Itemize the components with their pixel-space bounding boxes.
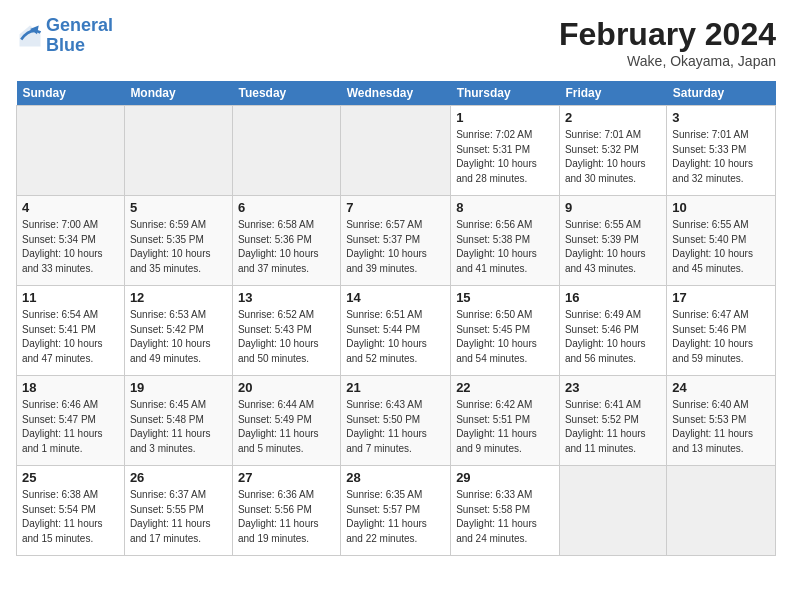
- calendar-cell: 24Sunrise: 6:40 AMSunset: 5:53 PMDayligh…: [667, 376, 776, 466]
- calendar-table: SundayMondayTuesdayWednesdayThursdayFrid…: [16, 81, 776, 556]
- calendar-cell: 5Sunrise: 6:59 AMSunset: 5:35 PMDaylight…: [124, 196, 232, 286]
- calendar-cell: 29Sunrise: 6:33 AMSunset: 5:58 PMDayligh…: [451, 466, 560, 556]
- day-info: Sunrise: 6:43 AMSunset: 5:50 PMDaylight:…: [346, 398, 445, 456]
- calendar-cell: 15Sunrise: 6:50 AMSunset: 5:45 PMDayligh…: [451, 286, 560, 376]
- day-number: 5: [130, 200, 227, 215]
- calendar-cell: 6Sunrise: 6:58 AMSunset: 5:36 PMDaylight…: [232, 196, 340, 286]
- day-info: Sunrise: 6:36 AMSunset: 5:56 PMDaylight:…: [238, 488, 335, 546]
- page-header: General Blue February 2024 Wake, Okayama…: [16, 16, 776, 69]
- day-info: Sunrise: 6:54 AMSunset: 5:41 PMDaylight:…: [22, 308, 119, 366]
- day-number: 28: [346, 470, 445, 485]
- day-info: Sunrise: 6:37 AMSunset: 5:55 PMDaylight:…: [130, 488, 227, 546]
- month-title: February 2024: [559, 16, 776, 53]
- weekday-sunday: Sunday: [17, 81, 125, 106]
- calendar-cell: 16Sunrise: 6:49 AMSunset: 5:46 PMDayligh…: [559, 286, 666, 376]
- calendar-cell: 1Sunrise: 7:02 AMSunset: 5:31 PMDaylight…: [451, 106, 560, 196]
- weekday-wednesday: Wednesday: [341, 81, 451, 106]
- calendar-cell: 23Sunrise: 6:41 AMSunset: 5:52 PMDayligh…: [559, 376, 666, 466]
- calendar-cell: 4Sunrise: 7:00 AMSunset: 5:34 PMDaylight…: [17, 196, 125, 286]
- calendar-cell: 19Sunrise: 6:45 AMSunset: 5:48 PMDayligh…: [124, 376, 232, 466]
- calendar-cell: 27Sunrise: 6:36 AMSunset: 5:56 PMDayligh…: [232, 466, 340, 556]
- logo-blue: Blue: [46, 35, 85, 55]
- calendar-cell: 8Sunrise: 6:56 AMSunset: 5:38 PMDaylight…: [451, 196, 560, 286]
- day-number: 20: [238, 380, 335, 395]
- day-info: Sunrise: 6:52 AMSunset: 5:43 PMDaylight:…: [238, 308, 335, 366]
- calendar-week-2: 4Sunrise: 7:00 AMSunset: 5:34 PMDaylight…: [17, 196, 776, 286]
- day-info: Sunrise: 6:45 AMSunset: 5:48 PMDaylight:…: [130, 398, 227, 456]
- logo: General Blue: [16, 16, 113, 56]
- calendar-cell: 20Sunrise: 6:44 AMSunset: 5:49 PMDayligh…: [232, 376, 340, 466]
- day-info: Sunrise: 6:40 AMSunset: 5:53 PMDaylight:…: [672, 398, 770, 456]
- day-info: Sunrise: 6:42 AMSunset: 5:51 PMDaylight:…: [456, 398, 554, 456]
- calendar-cell: 18Sunrise: 6:46 AMSunset: 5:47 PMDayligh…: [17, 376, 125, 466]
- weekday-thursday: Thursday: [451, 81, 560, 106]
- day-number: 6: [238, 200, 335, 215]
- day-info: Sunrise: 6:53 AMSunset: 5:42 PMDaylight:…: [130, 308, 227, 366]
- calendar-cell: 28Sunrise: 6:35 AMSunset: 5:57 PMDayligh…: [341, 466, 451, 556]
- calendar-body: 1Sunrise: 7:02 AMSunset: 5:31 PMDaylight…: [17, 106, 776, 556]
- calendar-cell: [124, 106, 232, 196]
- calendar-cell: 14Sunrise: 6:51 AMSunset: 5:44 PMDayligh…: [341, 286, 451, 376]
- day-number: 27: [238, 470, 335, 485]
- location-title: Wake, Okayama, Japan: [559, 53, 776, 69]
- day-info: Sunrise: 6:59 AMSunset: 5:35 PMDaylight:…: [130, 218, 227, 276]
- calendar-cell: 26Sunrise: 6:37 AMSunset: 5:55 PMDayligh…: [124, 466, 232, 556]
- day-info: Sunrise: 6:56 AMSunset: 5:38 PMDaylight:…: [456, 218, 554, 276]
- day-number: 26: [130, 470, 227, 485]
- calendar-cell: 2Sunrise: 7:01 AMSunset: 5:32 PMDaylight…: [559, 106, 666, 196]
- day-number: 21: [346, 380, 445, 395]
- day-info: Sunrise: 7:02 AMSunset: 5:31 PMDaylight:…: [456, 128, 554, 186]
- calendar-cell: 3Sunrise: 7:01 AMSunset: 5:33 PMDaylight…: [667, 106, 776, 196]
- day-info: Sunrise: 6:50 AMSunset: 5:45 PMDaylight:…: [456, 308, 554, 366]
- day-info: Sunrise: 6:49 AMSunset: 5:46 PMDaylight:…: [565, 308, 661, 366]
- day-number: 3: [672, 110, 770, 125]
- weekday-tuesday: Tuesday: [232, 81, 340, 106]
- calendar-week-1: 1Sunrise: 7:02 AMSunset: 5:31 PMDaylight…: [17, 106, 776, 196]
- calendar-cell: [232, 106, 340, 196]
- day-number: 1: [456, 110, 554, 125]
- day-number: 25: [22, 470, 119, 485]
- calendar-cell: [17, 106, 125, 196]
- calendar-cell: 22Sunrise: 6:42 AMSunset: 5:51 PMDayligh…: [451, 376, 560, 466]
- day-number: 17: [672, 290, 770, 305]
- calendar-week-4: 18Sunrise: 6:46 AMSunset: 5:47 PMDayligh…: [17, 376, 776, 466]
- calendar-cell: [559, 466, 666, 556]
- calendar-cell: 21Sunrise: 6:43 AMSunset: 5:50 PMDayligh…: [341, 376, 451, 466]
- day-number: 11: [22, 290, 119, 305]
- day-number: 9: [565, 200, 661, 215]
- weekday-header-row: SundayMondayTuesdayWednesdayThursdayFrid…: [17, 81, 776, 106]
- day-info: Sunrise: 6:41 AMSunset: 5:52 PMDaylight:…: [565, 398, 661, 456]
- calendar-cell: 7Sunrise: 6:57 AMSunset: 5:37 PMDaylight…: [341, 196, 451, 286]
- weekday-friday: Friday: [559, 81, 666, 106]
- day-number: 22: [456, 380, 554, 395]
- day-number: 12: [130, 290, 227, 305]
- weekday-saturday: Saturday: [667, 81, 776, 106]
- day-number: 10: [672, 200, 770, 215]
- day-number: 16: [565, 290, 661, 305]
- weekday-monday: Monday: [124, 81, 232, 106]
- calendar-cell: 9Sunrise: 6:55 AMSunset: 5:39 PMDaylight…: [559, 196, 666, 286]
- calendar-cell: 13Sunrise: 6:52 AMSunset: 5:43 PMDayligh…: [232, 286, 340, 376]
- day-info: Sunrise: 6:47 AMSunset: 5:46 PMDaylight:…: [672, 308, 770, 366]
- day-number: 24: [672, 380, 770, 395]
- day-info: Sunrise: 6:57 AMSunset: 5:37 PMDaylight:…: [346, 218, 445, 276]
- day-number: 2: [565, 110, 661, 125]
- day-number: 19: [130, 380, 227, 395]
- day-info: Sunrise: 6:35 AMSunset: 5:57 PMDaylight:…: [346, 488, 445, 546]
- day-number: 7: [346, 200, 445, 215]
- day-info: Sunrise: 6:33 AMSunset: 5:58 PMDaylight:…: [456, 488, 554, 546]
- day-number: 14: [346, 290, 445, 305]
- day-info: Sunrise: 7:00 AMSunset: 5:34 PMDaylight:…: [22, 218, 119, 276]
- calendar-cell: [341, 106, 451, 196]
- day-info: Sunrise: 6:55 AMSunset: 5:40 PMDaylight:…: [672, 218, 770, 276]
- day-info: Sunrise: 6:58 AMSunset: 5:36 PMDaylight:…: [238, 218, 335, 276]
- day-info: Sunrise: 7:01 AMSunset: 5:33 PMDaylight:…: [672, 128, 770, 186]
- day-number: 23: [565, 380, 661, 395]
- calendar-cell: [667, 466, 776, 556]
- day-number: 4: [22, 200, 119, 215]
- calendar-cell: 11Sunrise: 6:54 AMSunset: 5:41 PMDayligh…: [17, 286, 125, 376]
- title-block: February 2024 Wake, Okayama, Japan: [559, 16, 776, 69]
- day-info: Sunrise: 6:46 AMSunset: 5:47 PMDaylight:…: [22, 398, 119, 456]
- day-number: 8: [456, 200, 554, 215]
- calendar-week-5: 25Sunrise: 6:38 AMSunset: 5:54 PMDayligh…: [17, 466, 776, 556]
